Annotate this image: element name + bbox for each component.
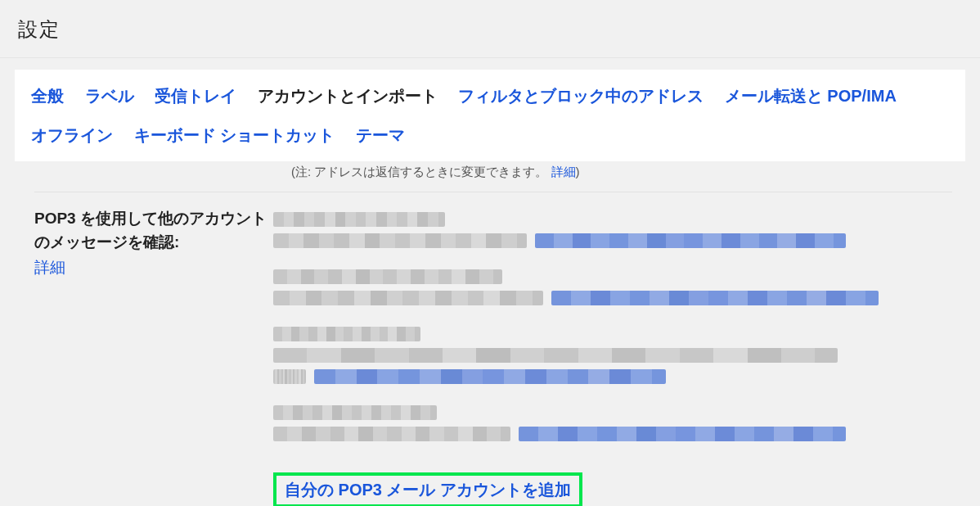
tab-themes[interactable]: テーマ [348, 115, 413, 155]
redacted-text [273, 369, 306, 384]
tab-forwarding[interactable]: メール転送と POP/IMA [717, 76, 905, 115]
redacted-text [273, 427, 510, 441]
tab-offline[interactable]: オフライン [23, 115, 121, 155]
page-title: 設定 [18, 16, 980, 43]
redacted-link [519, 427, 846, 441]
settings-tabs: 全般 ラベル 受信トレイ アカウントとインポート フィルタとブロック中のアドレス… [15, 70, 965, 161]
pop3-section-label-col: POP3 を使用して他のアカウントのメッセージを確認: 詳細 [34, 207, 273, 278]
pop3-account-row [273, 405, 952, 445]
pop3-account-row [273, 212, 952, 251]
redacted-link [314, 369, 666, 384]
redacted-text [273, 405, 437, 420]
tab-shortcuts[interactable]: キーボード ショートカット [126, 115, 344, 155]
tab-labels[interactable]: ラベル [77, 76, 142, 115]
add-pop3-account-link[interactable]: 自分の POP3 メール アカウントを追加 [285, 481, 571, 499]
pop3-account-row [273, 269, 952, 309]
redacted-text [273, 348, 838, 363]
redacted-link [535, 233, 846, 248]
pop3-learn-more-link[interactable]: 詳細 [34, 257, 65, 278]
tab-inbox[interactable]: 受信トレイ [146, 76, 245, 115]
redacted-text [273, 269, 502, 284]
redacted-text [273, 233, 527, 248]
note-suffix: ) [576, 165, 580, 178]
settings-header: 設定 [0, 0, 980, 58]
pop3-accounts-list: 自分の POP3 メール アカウントを追加 [273, 207, 952, 506]
tab-accounts[interactable]: アカウントとインポート [249, 76, 446, 115]
redacted-text [273, 291, 543, 305]
note-learn-more-link[interactable]: 詳細 [551, 165, 576, 178]
pop3-section-heading: POP3 を使用して他のアカウントのメッセージを確認: [34, 207, 273, 254]
redacted-text [273, 327, 420, 341]
tab-general[interactable]: 全般 [23, 76, 72, 115]
pop3-section: POP3 を使用して他のアカウントのメッセージを確認: 詳細 [0, 192, 980, 506]
tab-filters[interactable]: フィルタとブロック中のアドレス [450, 76, 712, 115]
note-prefix: (注: アドレスは返信するときに変更できます。 [291, 165, 547, 178]
add-pop3-account-highlight: 自分の POP3 メール アカウントを追加 [273, 472, 582, 506]
redacted-link [551, 291, 879, 305]
pop3-account-row [273, 327, 952, 387]
redacted-text [273, 212, 445, 227]
send-as-note: (注: アドレスは返信するときに変更できます。 詳細) [0, 161, 980, 192]
